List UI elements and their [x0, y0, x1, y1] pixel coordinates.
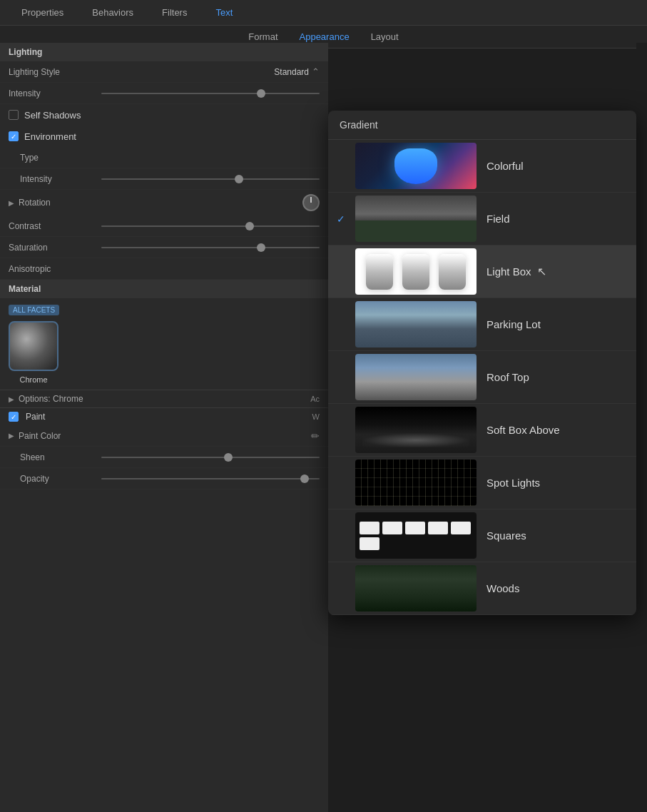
square-light-1 — [360, 522, 379, 534]
environment-checkbox[interactable] — [9, 131, 19, 141]
dropdown-item-lightbox[interactable]: Light Box ↖ — [328, 245, 636, 298]
dropdown-item-softbox[interactable]: Soft Box Above — [328, 404, 636, 457]
opacity-row: Opacity — [0, 468, 328, 489]
lightbox-label: Light Box — [486, 265, 531, 278]
anisotropic-label: Anisotropic — [9, 264, 94, 274]
lighting-style-row[interactable]: Lighting Style Standard ⌃ — [0, 61, 328, 83]
softbox-label: Soft Box Above — [486, 424, 560, 436]
lighting-section-header: Lighting — [0, 43, 328, 61]
type-intensity-label: Intensity — [9, 174, 94, 184]
paint-color-label: Paint Color — [19, 431, 104, 441]
saturation-label: Saturation — [9, 243, 94, 253]
type-row: Type — [0, 147, 328, 168]
tab-text[interactable]: Text — [201, 0, 247, 25]
woods-label: Woods — [486, 582, 519, 594]
dropdown-item-field[interactable]: ✓ Field — [328, 193, 636, 245]
lighting-style-label: Lighting Style — [9, 67, 94, 77]
tab-behaviors[interactable]: Behaviors — [78, 0, 148, 25]
contrast-label: Contrast — [9, 221, 94, 231]
dropdown-item-woods[interactable]: Woods — [328, 562, 636, 615]
paint-color-triangle: ▶ — [9, 432, 14, 440]
paint-label: Paint — [26, 412, 45, 422]
sheen-slider[interactable] — [101, 457, 320, 458]
lightbox-thumbnail — [355, 248, 477, 295]
environment-row[interactable]: Environment — [0, 126, 328, 147]
lighting-dropdown: Gradient Colorful ✓ Field Light Box ↖ Pa… — [328, 111, 636, 615]
subtab-appearance[interactable]: Appearance — [300, 31, 350, 42]
anisotropic-row: Anisotropic — [0, 258, 328, 280]
intensity-slider[interactable] — [101, 93, 320, 94]
options-value: Ac — [310, 395, 320, 403]
type-intensity-slider[interactable] — [101, 178, 320, 180]
squares-label: Squares — [486, 529, 526, 542]
dropdown-item-squares[interactable]: Squares — [328, 509, 636, 562]
environment-label: Environment — [24, 131, 76, 142]
square-light-4 — [428, 522, 448, 534]
options-label: Options: Chrome — [19, 394, 83, 404]
colorful-label: Colorful — [486, 160, 524, 172]
dropdown-item-rooftop[interactable]: Roof Top — [328, 351, 636, 404]
field-thumbnail — [355, 196, 477, 242]
self-shadows-row[interactable]: Self Shadows — [0, 104, 328, 126]
parking-thumbnail — [355, 301, 477, 347]
lightbox-shape-3 — [439, 254, 466, 290]
options-row[interactable]: ▶ Options: Chrome Ac — [0, 390, 328, 407]
square-light-3 — [405, 522, 425, 534]
paint-color-row[interactable]: ▶ Paint Color ✏ — [0, 425, 328, 447]
squares-thumbnail — [355, 512, 477, 559]
opacity-label: Opacity — [9, 474, 94, 484]
paint-row[interactable]: Paint W — [0, 407, 328, 425]
subtab-layout[interactable]: Layout — [371, 31, 399, 42]
self-shadows-label: Self Shadows — [24, 110, 81, 121]
tab-properties[interactable]: Properties — [7, 0, 78, 25]
chevron-up-icon: ⌃ — [312, 66, 320, 77]
eyedropper-icon[interactable]: ✏ — [311, 430, 320, 442]
lighting-style-value: Standard — [274, 67, 309, 77]
chrome-swatch-container[interactable]: Chrome — [9, 321, 58, 384]
saturation-row: Saturation — [0, 237, 328, 258]
contrast-slider[interactable] — [101, 225, 320, 227]
rooftop-thumbnail — [355, 354, 477, 400]
saturation-slider[interactable] — [101, 247, 320, 248]
rotation-dial[interactable] — [302, 194, 320, 211]
all-facets-badge: ALL FACETS — [9, 305, 59, 315]
rotation-row[interactable]: ▶ Rotation — [0, 190, 328, 215]
contrast-row: Contrast — [0, 215, 328, 237]
spotlights-thumbnail — [355, 460, 477, 506]
opacity-slider[interactable] — [101, 478, 320, 479]
square-light-6 — [360, 537, 379, 550]
options-triangle-icon: ▶ — [9, 395, 14, 403]
paint-checkbox[interactable] — [9, 412, 19, 422]
tab-filters[interactable]: Filters — [148, 0, 201, 25]
paint-value: W — [312, 412, 320, 421]
subtab-format[interactable]: Format — [248, 31, 277, 42]
left-panel: Lighting Lighting Style Standard ⌃ Inten… — [0, 43, 328, 812]
field-checkmark: ✓ — [337, 213, 351, 225]
dropdown-item-spotlights[interactable]: Spot Lights — [328, 457, 636, 509]
sheen-row: Sheen — [0, 447, 328, 468]
material-section: ALL FACETS Chrome — [0, 298, 328, 390]
dropdown-item-colorful[interactable]: Colorful — [328, 140, 636, 193]
material-section-header: Material — [0, 280, 328, 298]
square-light-2 — [382, 522, 402, 534]
sheen-label: Sheen — [9, 452, 94, 462]
rooftop-label: Roof Top — [486, 371, 529, 383]
intensity-row: Intensity — [0, 83, 328, 104]
lightbox-shape-2 — [402, 254, 429, 290]
type-label: Type — [9, 153, 94, 163]
chrome-swatch[interactable] — [9, 321, 58, 371]
rotation-label: Rotation — [19, 198, 51, 208]
dropdown-header: Gradient — [328, 111, 636, 140]
woods-thumbnail — [355, 565, 477, 611]
self-shadows-checkbox[interactable] — [9, 110, 19, 120]
tab-bar: Properties Behaviors Filters Text — [0, 0, 647, 26]
chrome-label: Chrome — [19, 375, 47, 384]
field-label: Field — [486, 213, 510, 225]
square-light-5 — [451, 522, 471, 534]
intensity-label: Intensity — [9, 88, 94, 98]
colorful-shape — [394, 148, 437, 184]
colorful-thumbnail — [355, 143, 477, 189]
parking-label: Parking Lot — [486, 318, 541, 330]
spotlights-label: Spot Lights — [486, 477, 540, 489]
dropdown-item-parking[interactable]: Parking Lot — [328, 298, 636, 351]
